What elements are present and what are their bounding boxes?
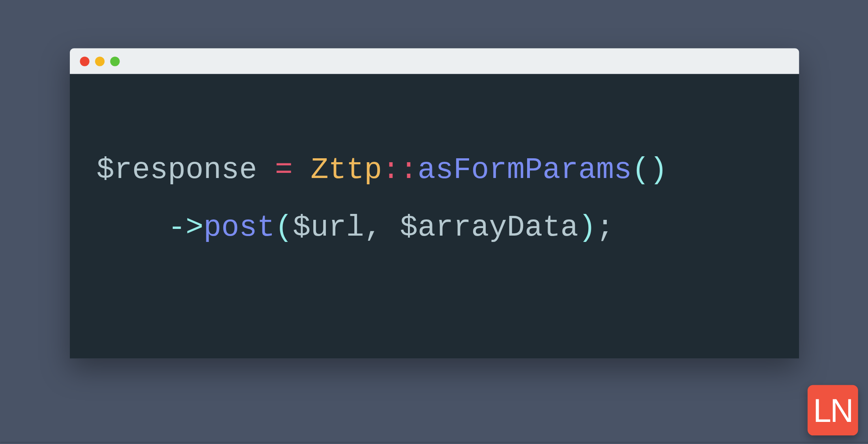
minimize-icon[interactable] bbox=[95, 56, 104, 66]
code-indent bbox=[96, 211, 168, 245]
code-token-paren: ( bbox=[275, 211, 292, 245]
code-whitespace bbox=[292, 153, 310, 187]
code-whitespace bbox=[382, 211, 400, 245]
code-token-variable: $arrayData bbox=[400, 211, 578, 245]
code-token-paren: ) bbox=[578, 211, 596, 245]
code-token-paren: ) bbox=[649, 153, 667, 187]
code-token-variable: $url bbox=[293, 211, 364, 245]
code-token-scope: :: bbox=[382, 153, 417, 187]
code-token-comma: , bbox=[364, 211, 382, 245]
code-token-class: Zttp bbox=[311, 153, 382, 187]
brand-logo: LN bbox=[807, 385, 858, 435]
canvas: $response = Zttp::asFormParams() ->post(… bbox=[0, 2, 868, 442]
code-token-arrow: -> bbox=[168, 211, 203, 245]
code-whitespace bbox=[257, 153, 275, 187]
code-token-operator: = bbox=[275, 153, 292, 187]
close-icon[interactable] bbox=[79, 56, 89, 66]
code-token-variable: $response bbox=[96, 153, 257, 187]
brand-logo-text: LN bbox=[813, 391, 852, 429]
code-window: $response = Zttp::asFormParams() ->post(… bbox=[69, 48, 799, 358]
code-token-semicolon: ; bbox=[596, 211, 614, 245]
code-token-function: post bbox=[203, 211, 275, 245]
code-token-function: asFormParams bbox=[417, 153, 632, 187]
code-editor: $response = Zttp::asFormParams() ->post(… bbox=[69, 74, 799, 358]
code-token-paren: ( bbox=[632, 153, 649, 187]
window-titlebar bbox=[69, 48, 799, 74]
zoom-icon[interactable] bbox=[110, 56, 119, 66]
